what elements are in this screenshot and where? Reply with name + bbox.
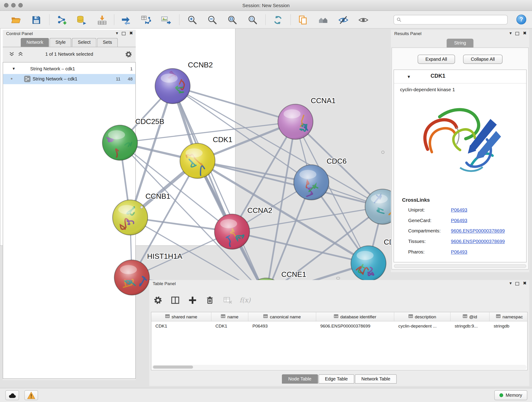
table-row[interactable]: CDK1CDK1P064939606.ENSP00000378699cyclin… [151,321,527,330]
tab-string[interactable]: String [447,39,473,48]
table-cell: P06493 [248,323,316,328]
crosslink-row: Tissues:9606.ENSP00000378699 [394,236,526,247]
crosslinks-heading: CrossLinks [402,197,430,203]
crosslink-row: Uniprot:P06493 [394,205,526,216]
delete-column-trash-icon[interactable] [205,296,215,305]
column-icon [264,314,268,319]
network-edge[interactable] [172,86,266,296]
panel-float-icon[interactable] [515,32,519,35]
add-column-icon[interactable] [188,296,197,305]
memory-label: Memory [506,393,522,398]
network-edge[interactable] [172,86,295,122]
network-node-CCNB2[interactable]: CCNB2 [155,61,213,104]
crosslink-link[interactable]: 9606.ENSP00000378699 [451,228,505,234]
select-columns-icon[interactable] [171,296,180,305]
crosslink-link[interactable]: P06493 [451,207,467,212]
table-cell: CDK1 [211,323,248,328]
column-icon [463,314,467,319]
network-node-CDK1[interactable]: CDK1 [180,135,232,179]
crosslink-link[interactable]: P06493 [451,249,467,255]
node-label: CDC6 [326,157,346,165]
column-header-name[interactable]: name [211,312,248,321]
function-builder-icon-disabled: f(x) [240,296,251,304]
results-panel-title: Results Panel [394,31,422,36]
warnings-button[interactable] [25,390,38,400]
entry-header[interactable]: ▼ CDK1 [394,70,526,83]
crosslink-link[interactable]: 9606.ENSP00000378699 [451,239,505,244]
left-splitter-handle[interactable] [140,206,143,209]
cloud-icon [8,392,17,398]
panel-menu-icon[interactable]: ▾ [510,281,512,286]
node-table: shared namenamecanonical namedatabase id… [151,312,528,370]
column-icon [408,314,413,319]
node-label: CCNE1 [281,270,306,279]
network-node-CCNB1[interactable]: CCNB1 [113,192,170,235]
entry-disclosure-icon[interactable]: ▼ [407,74,411,79]
table-panel: Table Panel ▾ ✖ f(x) [149,280,530,386]
column-header-@id[interactable]: @id [451,312,490,321]
string-entry: ▼ CDK1 cyclin-dependent kinase 1 [394,70,527,262]
table-gear-icon[interactable] [153,296,163,305]
crosslink-label: Compartments: [408,228,441,234]
table-header-row: shared namenamecanonical namedatabase id… [151,312,527,321]
table-panel-title: Table Panel [152,281,176,286]
table-panel-tabs: Node TableEdge TableNetwork Table [149,374,530,383]
crosslink-row: GeneCard:P06493 [394,216,526,226]
table-cell: cyclin-dependent ... [394,323,451,328]
tab-network-table[interactable]: Network Table [355,374,397,383]
crosslink-row: Compartments:9606.ENSP00000378699 [394,226,526,236]
table-cell: CDK1 [151,323,211,328]
delete-table-icon-disabled [223,296,233,305]
column-header-shared-name[interactable]: shared name [151,312,211,321]
crosslink-label: Uniprot: [408,207,425,212]
node-label: HIST1H1A [147,252,182,260]
table-cell: 9606.ENSP00000378699 [316,323,394,328]
table-cell: stringdb [490,323,528,328]
column-header-namespac[interactable]: namespac [490,312,528,321]
column-header-description[interactable]: description [394,312,451,321]
protein-structure-image [418,97,502,185]
results-scrollbar[interactable] [394,264,526,268]
status-bar: Memory [0,388,532,402]
crosslink-link[interactable]: P06493 [451,217,467,223]
network-node-CDC6[interactable]: CDC6 [294,157,347,200]
crosslinks-list: Uniprot:P06493GeneCard:P06493Compartment… [394,205,526,258]
expand-all-button[interactable]: Expand All [418,55,455,64]
panel-close-icon[interactable]: ✖ [523,281,526,286]
panel-close-icon[interactable]: ✖ [523,31,526,36]
tab-edge-table[interactable]: Edge Table [318,374,354,383]
panel-menu-icon[interactable]: ▾ [510,31,512,36]
collapse-all-button[interactable]: Collapse All [463,55,503,64]
memory-button[interactable]: Memory [494,390,527,400]
node-label: CCNB2 [188,61,213,69]
node-label: CDK1 [213,135,233,144]
network-node-CCNA1[interactable]: CCNA1 [278,96,336,139]
cloud-button[interactable] [6,390,19,400]
table-cell: stringdb:9... [451,323,490,328]
right-splitter-handle[interactable] [381,151,385,154]
column-icon [165,314,170,319]
application-window: Session: New Session [0,0,532,402]
column-header-database-identifier[interactable]: database identifier [316,312,394,321]
table-horizontal-scrollbar[interactable] [152,365,526,369]
table-body: CDK1CDK1P064939606.ENSP00000378699cyclin… [151,321,527,330]
crosslink-label: Tissues: [408,239,426,244]
crosslink-row: Pharos:P06493 [394,247,526,258]
bottom-splitter-handle[interactable] [336,277,340,279]
results-panel: Results Panel ▾ ✖ String Expand All Coll… [391,30,529,272]
crosslink-label: GeneCard: [408,217,431,223]
column-icon [221,314,225,319]
network-edge[interactable] [232,232,369,263]
column-icon [334,314,338,319]
network-view: CCNB2CCNA1CDC25BCDK1CDC6RB1CCNB1CCNA2CDK… [0,0,235,246]
column-icon [496,314,500,319]
node-label: CCNA1 [311,96,336,105]
column-header-canonical-name[interactable]: canonical name [248,312,316,321]
gene-description: cyclin-dependent kinase 1 [400,87,455,92]
tab-node-table[interactable]: Node Table [282,374,318,383]
node-label: CCNA2 [247,206,272,215]
crosslink-label: Pharos: [408,249,424,255]
warning-icon [27,391,35,399]
panel-float-icon[interactable] [515,282,519,286]
node-label: CCNB1 [146,192,171,200]
